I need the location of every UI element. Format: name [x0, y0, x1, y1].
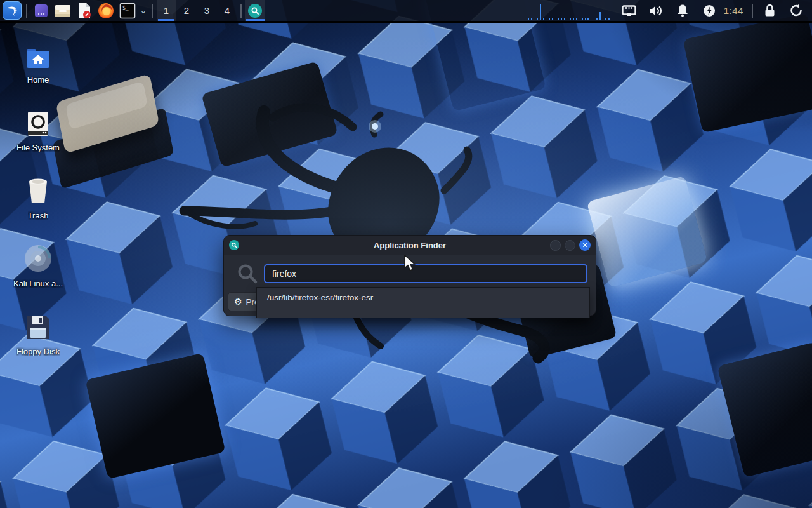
cpu-graph-bar [605, 18, 606, 20]
desktop-icon-file-system[interactable]: File System [6, 101, 70, 169]
workspace-button-4[interactable]: 4 [218, 0, 237, 21]
desktop-icon-floppy-disk[interactable]: Floppy Disk [6, 305, 70, 373]
cpu-graph-widget[interactable] [528, 2, 610, 20]
search-icon [237, 263, 258, 284]
terminal-dropdown-chevron-icon[interactable]: ⌄ [138, 6, 148, 15]
workspace-number: 1 [164, 5, 169, 16]
trash-icon [25, 174, 51, 204]
kali-cd-icon [24, 242, 52, 272]
cpu-graph-bar [594, 18, 595, 20]
home-icon [26, 38, 50, 69]
lock-icon[interactable] [762, 3, 777, 18]
firefox-icon [98, 3, 114, 19]
file-manager-icon [55, 3, 71, 18]
close-button[interactable]: ✕ [579, 239, 591, 251]
cpu-graph-bar [573, 18, 574, 20]
window-controls: ✕ [550, 239, 591, 251]
launcher-text-editor[interactable] [75, 1, 94, 20]
launcher-file-manager[interactable] [53, 1, 72, 20]
search-row [224, 255, 596, 284]
volume-icon[interactable] [648, 3, 664, 18]
desktop-icon-label: Kali Linux a... [13, 279, 63, 288]
text-editor-icon [77, 3, 92, 19]
cpu-graph-bar [531, 18, 532, 20]
titlebar[interactable]: Application Finder ✕ [224, 236, 596, 255]
close-icon: ✕ [582, 242, 587, 249]
top-panel: $_ ⌄ 1 2 3 4 [0, 0, 812, 23]
svg-text:$_: $_ [122, 5, 129, 11]
cpu-graph-bar [558, 18, 560, 20]
cpu-graph-bar [599, 12, 601, 20]
tasklist-application-finder-button[interactable] [245, 0, 265, 21]
workspace-number: 3 [204, 5, 209, 16]
desktop-icon-label: File System [16, 143, 60, 152]
notifications-icon[interactable] [675, 3, 690, 18]
launcher-terminal[interactable]: $_ [118, 1, 137, 20]
completion-result-item[interactable]: /usr/lib/firefox-esr/firefox-esr [257, 288, 589, 307]
panel-separator [752, 4, 753, 18]
panel-separator [152, 4, 153, 18]
cpu-graph-bar [587, 18, 589, 20]
desktop-icon-trash[interactable]: Trash [6, 169, 70, 237]
desktop-icon-label: Trash [28, 211, 49, 220]
cpu-graph-bar [540, 4, 541, 20]
logout-icon[interactable] [789, 3, 804, 18]
show-desktop-icon [34, 3, 49, 18]
panel-separator [240, 4, 242, 18]
desktop-icon-kali-cd[interactable]: Kali Linux a... [6, 237, 70, 305]
workspace-button-2[interactable]: 2 [177, 0, 196, 21]
search-input[interactable] [264, 264, 587, 283]
cpu-graph-bar [561, 18, 562, 20]
cpu-graph-bar [552, 18, 553, 20]
launcher-firefox[interactable] [96, 1, 115, 20]
file-system-icon [26, 106, 50, 137]
cpu-graph-bar [543, 18, 544, 20]
panel-left-section: $_ ⌄ 1 2 3 4 [0, 0, 265, 21]
cpu-graph-bar [570, 18, 571, 20]
cpu-graph-bar [528, 18, 530, 20]
cpu-graph-bar [608, 18, 610, 20]
minimize-button[interactable] [550, 240, 561, 251]
workspace-number: 4 [225, 5, 230, 16]
gear-icon: ⚙ [234, 297, 242, 307]
cpu-graph-bar [564, 18, 565, 20]
window-title: Application Finder [224, 241, 596, 250]
desktop-icon-label: Home [27, 75, 49, 84]
cpu-graph-bar [549, 18, 551, 20]
desktop-icon-home[interactable]: Home [6, 33, 70, 101]
desktop-icon-column: Home File System Trash [6, 33, 70, 373]
desktop-icon-label: Floppy Disk [16, 347, 60, 356]
workspace-button-1[interactable]: 1 [157, 0, 176, 21]
completion-popup: /usr/lib/firefox-esr/firefox-esr [256, 287, 590, 318]
network-icon[interactable] [622, 3, 637, 18]
maximize-button[interactable] [565, 240, 575, 251]
cpu-graph-bar [596, 18, 598, 20]
cpu-graph-bar [576, 18, 577, 20]
cpu-graph-bar [603, 17, 604, 20]
panel-separator [26, 4, 27, 18]
kali-logo-icon [5, 4, 19, 18]
text-caret [520, 504, 520, 508]
terminal-icon: $_ [119, 3, 136, 19]
panel-right-section: 1:44 [528, 0, 812, 21]
applications-menu-button[interactable] [3, 1, 22, 20]
floppy-disk-icon [26, 310, 50, 340]
power-manager-icon[interactable] [702, 3, 717, 18]
clock[interactable]: 1:44 [724, 5, 743, 16]
cpu-graph-bar [537, 18, 539, 20]
cpu-graph-bar [585, 18, 586, 20]
launcher-show-desktop[interactable] [32, 1, 51, 20]
cpu-graph-bar [582, 18, 583, 20]
application-finder-icon [248, 4, 262, 18]
workspace-number: 2 [184, 5, 189, 16]
workspace-button-3[interactable]: 3 [197, 0, 216, 21]
